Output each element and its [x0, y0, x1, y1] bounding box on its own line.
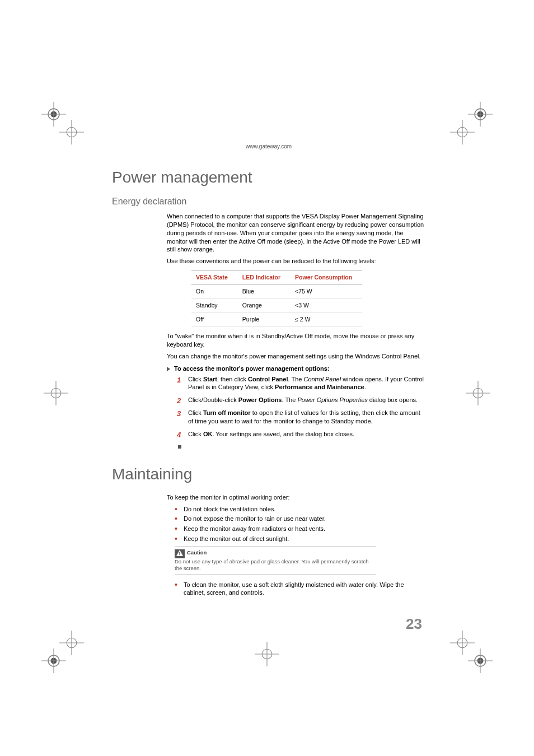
step-item: Click Start, then click Control Panel. T… — [177, 375, 425, 392]
procedure-heading: To access the monitor's power management… — [167, 365, 425, 372]
list-item: Keep the monitor away from radiators or … — [175, 525, 425, 533]
table-row: Off Purple ≤ 2 W — [191, 312, 362, 326]
page-number: 23 — [406, 615, 422, 633]
table-header: LED Indicator — [238, 270, 291, 284]
list-item: Do not block the ventilation holes. — [175, 505, 425, 514]
bullet-list: To clean the monitor, use a soft cloth s… — [175, 581, 425, 598]
end-of-procedure-icon — [178, 445, 181, 449]
paragraph: To keep the monitor in optimal working o… — [167, 493, 425, 502]
list-item: Do not expose the monitor to rain or use… — [175, 515, 425, 523]
caution-icon: ! — [175, 549, 185, 558]
procedure-steps: Click Start, then click Control Panel. T… — [177, 375, 425, 438]
table-header: VESA State — [191, 270, 238, 284]
list-item: Keep the monitor out of direct sunlight. — [175, 535, 425, 543]
list-item: To clean the monitor, use a soft cloth s… — [175, 581, 425, 598]
caution-box: !Caution Do not use any type of abrasive… — [175, 547, 376, 575]
registration-mark-icon — [450, 120, 475, 144]
section-title-power-management: Power management — [112, 169, 425, 186]
paragraph: When connected to a computer that suppor… — [167, 212, 425, 254]
triangle-icon — [167, 367, 170, 371]
table-header: Power Consumption — [291, 270, 362, 284]
header-url: www.gateway.com — [112, 143, 425, 150]
step-item: Click Turn off monitor to open the list … — [177, 409, 425, 426]
section-title-maintaining: Maintaining — [112, 465, 425, 483]
paragraph: To "wake" the monitor when it is in Stan… — [167, 332, 425, 349]
step-item: Click OK. Your settings are saved, and t… — [177, 430, 425, 438]
paragraph: You can change the monitor's power manag… — [167, 352, 425, 361]
vesa-table: VESA State LED Indicator Power Consumpti… — [191, 270, 362, 326]
table-row: On Blue <75 W — [191, 284, 362, 298]
bullet-list: Do not block the ventilation holes. Do n… — [175, 505, 425, 543]
paragraph: Use these conventions and the power can … — [167, 257, 425, 265]
registration-mark-icon — [59, 631, 84, 655]
page-content: www.gateway.com Power management Energy … — [112, 143, 425, 600]
registration-mark-icon — [466, 381, 490, 405]
step-item: Click/Double-click Power Options. The Po… — [177, 396, 425, 404]
subsection-title-energy-declaration: Energy declaration — [112, 197, 425, 207]
registration-mark-icon — [59, 120, 84, 144]
table-row: Standby Orange <3 W — [191, 298, 362, 312]
registration-mark-icon — [44, 381, 68, 405]
registration-mark-icon — [255, 642, 279, 666]
registration-mark-icon — [450, 631, 475, 655]
